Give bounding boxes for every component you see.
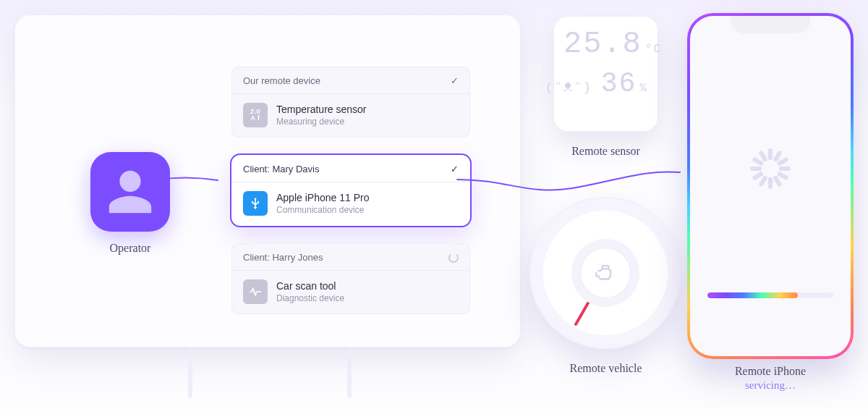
- connection-wire-right: [456, 168, 681, 197]
- progress-fill: [707, 292, 798, 298]
- usb-icon: [243, 191, 268, 216]
- remote-vehicle-label: Remote vehicle: [535, 362, 676, 375]
- operator-panel: Operator Our remote device ✓ 2.0A f Temp…: [14, 14, 521, 347]
- sensor-humidity-value: 36: [601, 68, 637, 99]
- operator: Operator: [87, 152, 174, 255]
- card-header: Client: Harry Jones: [243, 252, 323, 263]
- svg-line-1: [775, 153, 779, 160]
- remote-vehicle-widget: [529, 197, 681, 349]
- engine-icon: [580, 248, 631, 298]
- svg-line-11: [762, 153, 765, 160]
- device-title: Car scan tool: [276, 280, 344, 292]
- device-title: Temperature sensor: [276, 104, 367, 115]
- device-subtitle: Communication device: [276, 205, 369, 215]
- svg-line-5: [775, 178, 779, 185]
- connection-wire-left: [152, 177, 218, 184]
- progress-bar: [707, 292, 833, 298]
- person-icon: [105, 166, 156, 217]
- client-harry-card[interactable]: Client: Harry Jones Car scan tool Diagno…: [231, 243, 470, 314]
- panel-stand: [188, 347, 192, 398]
- remote-iphone-label: Remote iPhone servicing…: [687, 365, 854, 392]
- loading-spinner-icon: [748, 146, 793, 191]
- client-mary-card[interactable]: Client: Mary Davis ✓ Apple iPhone 11 Pro…: [231, 155, 470, 226]
- sensor-humidity-unit: %: [639, 82, 648, 95]
- temperature-sensor-icon: 2.0A f: [243, 103, 268, 127]
- device-card-list: Our remote device ✓ 2.0A f Temperature s…: [231, 67, 470, 332]
- svg-line-2: [780, 160, 786, 164]
- card-header: Our remote device: [243, 75, 320, 86]
- remote-device-card[interactable]: Our remote device ✓ 2.0A f Temperature s…: [231, 67, 470, 138]
- device-subtitle: Diagnostic device: [276, 293, 344, 303]
- remote-sensor-label: Remote sensor: [550, 145, 662, 158]
- svg-line-7: [762, 178, 765, 185]
- sensor-temp-unit: °C: [645, 43, 662, 55]
- phone-status-text: servicing…: [687, 379, 854, 392]
- loading-spinner-icon: [448, 253, 459, 263]
- device-title: Apple iPhone 11 Pro: [276, 192, 369, 203]
- panel-stand: [347, 347, 352, 398]
- face-icon: (ᵔᴥᵔ): [545, 79, 592, 95]
- svg-line-8: [755, 174, 762, 177]
- sensor-temp-value: 25.8: [563, 29, 642, 59]
- remote-iphone-widget: [687, 13, 854, 359]
- check-icon: ✓: [451, 75, 459, 86]
- card-header: Client: Mary Davis: [243, 164, 319, 174]
- remote-sensor-widget: 25.8 °C (ᵔᴥᵔ) 36 %: [553, 16, 658, 132]
- svg-line-10: [755, 160, 762, 164]
- phone-notch: [731, 16, 810, 33]
- svg-line-4: [780, 174, 786, 177]
- ecg-icon: [243, 279, 268, 304]
- device-subtitle: Measuring device: [276, 117, 367, 127]
- operator-label: Operator: [87, 242, 174, 255]
- phone-label-text: Remote iPhone: [687, 365, 854, 378]
- operator-avatar: [90, 152, 170, 232]
